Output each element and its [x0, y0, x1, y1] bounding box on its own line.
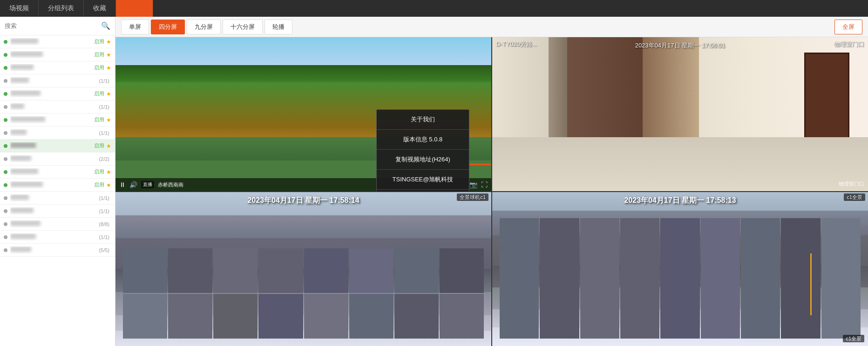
- tab-active[interactable]: [116, 0, 153, 17]
- list-item[interactable]: (1/1): [0, 100, 115, 113]
- list-item[interactable]: 启用 ★: [0, 35, 115, 48]
- video-cell-1[interactable]: ⏸ 🔊 直播 赤桥西南南 📷 ⛶ 关于我们 版本信息 5.0.8: [115, 37, 491, 191]
- video-cell-3[interactable]: 2023年04月17日 星期一 17:58:14 全景球机c1: [115, 192, 491, 346]
- video-top-label: D-TY020旁路...: [496, 40, 537, 48]
- star-icon: ★: [106, 143, 111, 149]
- list-item[interactable]: (1/1): [0, 231, 115, 244]
- content-panel: 单屏 四分屏 九分屏 十六分屏 轮播 全屏 ⏸ 🔊 直播 赤桥西南南: [115, 17, 868, 346]
- video-cell-4[interactable]: 2023年04月17日 星期一 17:58:13 c1全景 c1全景: [492, 192, 868, 346]
- list-item[interactable]: (5/5): [0, 244, 115, 257]
- list-item[interactable]: (1/1): [0, 205, 115, 218]
- list-item[interactable]: 启用 ★: [0, 140, 115, 153]
- search-icon: 🔍: [101, 21, 110, 30]
- star-icon: ★: [106, 169, 111, 175]
- star-icon: ★: [106, 182, 111, 188]
- list-item[interactable]: 启用 ★: [0, 61, 115, 74]
- star-icon: ★: [106, 65, 111, 71]
- bottom-label-4: c1全景: [843, 334, 864, 342]
- video-top-right-4: c1全景: [844, 194, 865, 201]
- fullscreen-button[interactable]: 全屏: [834, 20, 862, 34]
- list-item[interactable]: (2/2): [0, 153, 115, 166]
- context-menu-tsingsee[interactable]: TSINGSEE@旭帆科技: [377, 170, 469, 190]
- status-indicator: [4, 53, 7, 57]
- star-icon: ★: [106, 39, 111, 45]
- status-indicator: [4, 235, 7, 239]
- video-datetime-2: 2023年04月17日 星期一 17:56:01: [635, 41, 726, 50]
- context-menu: 关于我们 版本信息 5.0.8 复制视频地址(H264) TSINGSEE@旭帆…: [376, 109, 469, 191]
- status-indicator: [4, 92, 7, 96]
- list-item[interactable]: 启用 ★: [0, 179, 115, 192]
- main-area: 🔍 启用 ★ 启用 ★ 启用 ★: [0, 17, 868, 346]
- toolbar: 单屏 四分屏 九分屏 十六分屏 轮播 全屏: [115, 17, 868, 37]
- expand-button[interactable]: ⛶: [481, 181, 488, 188]
- status-indicator: [4, 170, 7, 174]
- crane-visual: [810, 253, 812, 315]
- status-indicator: [4, 144, 7, 148]
- star-icon: ★: [106, 117, 111, 123]
- four-screen-button[interactable]: 四分屏: [151, 20, 185, 34]
- star-icon: ★: [106, 52, 111, 58]
- nine-screen-button[interactable]: 九分屏: [187, 20, 221, 34]
- sidebar-list: 启用 ★ 启用 ★ 启用 ★ (1/1): [0, 35, 115, 346]
- status-indicator: [4, 131, 7, 135]
- list-item[interactable]: (1/1): [0, 192, 115, 205]
- list-item[interactable]: (8/8): [0, 218, 115, 231]
- status-indicator: [4, 196, 7, 200]
- top-navigation: 场视频 分组列表 收藏: [0, 0, 868, 17]
- single-screen-button[interactable]: 单屏: [121, 20, 149, 34]
- status-indicator: [4, 248, 7, 252]
- status-indicator: [4, 209, 7, 213]
- list-item[interactable]: 启用 ★: [0, 48, 115, 61]
- video-datetime-3: 2023年04月17日 星期一 17:58:14: [247, 196, 359, 206]
- construction-bg-3: [115, 192, 491, 346]
- list-item[interactable]: (1/1): [0, 126, 115, 140]
- snapshot-button[interactable]: 📷: [469, 181, 477, 188]
- video-grid: ⏸ 🔊 直播 赤桥西南南 📷 ⛶ 关于我们 版本信息 5.0.8: [115, 37, 868, 346]
- tab-favorites[interactable]: 收藏: [84, 0, 116, 17]
- context-menu-version[interactable]: 版本信息 5.0.8: [377, 130, 469, 150]
- rotation-button[interactable]: 轮播: [264, 20, 292, 34]
- volume-button[interactable]: 🔊: [129, 181, 137, 188]
- tab-groups[interactable]: 分组列表: [39, 0, 84, 17]
- context-menu-close[interactable]: 关闭播放: [377, 190, 469, 191]
- context-menu-copy-url[interactable]: 复制视频地址(H264): [377, 150, 469, 170]
- video-top-right-label: 物理室门口: [834, 40, 864, 48]
- status-indicator: [4, 66, 7, 70]
- construction-bg-4: [492, 192, 868, 346]
- status-indicator: [4, 118, 7, 122]
- status-indicator: [4, 40, 7, 44]
- context-menu-about[interactable]: 关于我们: [377, 110, 469, 130]
- video-top-right-3: 全景球机c1: [457, 194, 488, 201]
- list-item[interactable]: 启用 ★: [0, 166, 115, 179]
- search-input[interactable]: [5, 22, 101, 29]
- corridor-bg: [492, 37, 868, 191]
- status-indicator: [4, 222, 7, 226]
- list-item[interactable]: 启用 ★: [0, 87, 115, 100]
- status-indicator: [4, 79, 7, 83]
- sixteen-screen-button[interactable]: 十六分屏: [223, 20, 263, 34]
- live-badge: 直播: [141, 181, 154, 188]
- status-indicator: [4, 183, 7, 187]
- sidebar: 🔍 启用 ★ 启用 ★ 启用 ★: [0, 17, 115, 346]
- pause-button[interactable]: ⏸: [119, 181, 126, 188]
- sidebar-search-bar: 🔍: [0, 17, 115, 35]
- tab-live-video[interactable]: 场视频: [0, 0, 39, 17]
- door-visual: [804, 53, 849, 145]
- status-indicator: [4, 105, 7, 109]
- list-item[interactable]: (1/1): [0, 74, 115, 87]
- status-indicator: [4, 157, 7, 161]
- list-item[interactable]: 启用 ★: [0, 113, 115, 126]
- star-icon: ★: [106, 91, 111, 97]
- bottom-right-label-2: 物理室门口: [839, 180, 864, 187]
- video-datetime-4: 2023年04月17日 星期一 17:58:13: [624, 196, 736, 206]
- video-cell-2[interactable]: D-TY020旁路... 物理室门口 2023年04月17日 星期一 17:56…: [492, 37, 868, 191]
